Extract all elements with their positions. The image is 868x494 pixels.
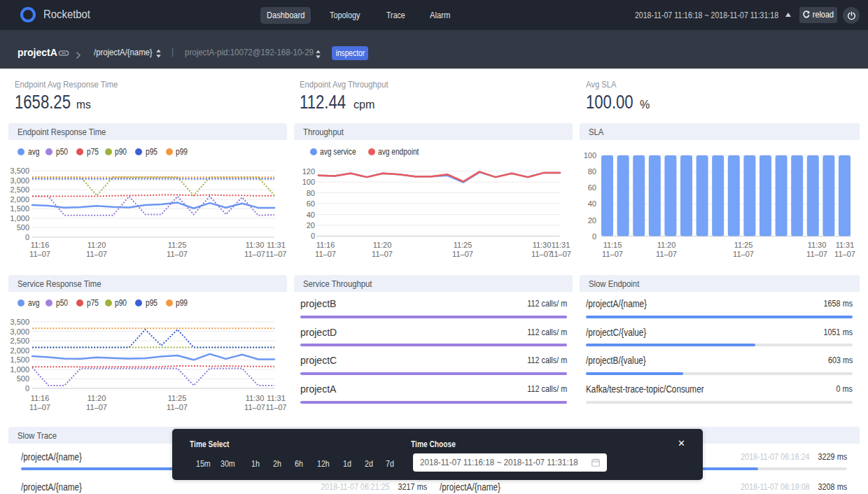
svg-text:3,000: 3,000 <box>10 327 29 336</box>
svg-text:11–07: 11–07 <box>602 250 623 258</box>
svg-text:40: 40 <box>588 199 596 208</box>
svg-text:20: 20 <box>307 221 315 230</box>
svg-text:11–07: 11–07 <box>531 250 552 258</box>
svg-text:11:25: 11:25 <box>734 241 753 249</box>
svg-text:11–07: 11–07 <box>167 250 188 258</box>
svg-text:2,500: 2,500 <box>10 337 29 345</box>
svg-text:20: 20 <box>588 216 596 225</box>
svg-text:11–07: 11–07 <box>86 250 107 258</box>
svg-text:500: 500 <box>17 223 29 232</box>
svg-text:11–07: 11–07 <box>733 250 754 258</box>
svg-text:3,500: 3,500 <box>10 318 29 326</box>
svg-text:60: 60 <box>307 199 315 208</box>
svg-text:0: 0 <box>25 384 29 393</box>
svg-text:1,000: 1,000 <box>10 214 29 223</box>
svg-text:80: 80 <box>588 167 596 176</box>
svg-text:11–07: 11–07 <box>167 403 188 411</box>
svg-text:11:20: 11:20 <box>88 241 106 249</box>
svg-text:11–07: 11–07 <box>29 403 50 411</box>
svg-text:11:25: 11:25 <box>168 241 187 249</box>
svg-text:11:30: 11:30 <box>533 241 552 249</box>
svg-text:1,500: 1,500 <box>10 355 29 364</box>
svg-text:11–07: 11–07 <box>244 250 265 258</box>
svg-text:11–07: 11–07 <box>452 250 473 258</box>
svg-text:0: 0 <box>592 232 596 241</box>
svg-text:11–07: 11–07 <box>266 250 287 258</box>
svg-text:100: 100 <box>584 151 596 160</box>
svg-text:60: 60 <box>588 183 596 192</box>
svg-text:11:20: 11:20 <box>657 241 676 249</box>
svg-text:0: 0 <box>25 233 29 241</box>
svg-text:11–07: 11–07 <box>266 403 287 411</box>
svg-text:11:25: 11:25 <box>454 241 472 249</box>
svg-text:2,000: 2,000 <box>10 195 29 204</box>
svg-text:11:30: 11:30 <box>246 241 265 249</box>
svg-text:11:30: 11:30 <box>808 241 827 249</box>
svg-text:120: 120 <box>302 167 315 176</box>
svg-text:11–07: 11–07 <box>244 403 265 411</box>
svg-text:1,500: 1,500 <box>10 204 29 213</box>
svg-text:11–07: 11–07 <box>656 250 677 258</box>
svg-text:11–07: 11–07 <box>86 403 107 411</box>
svg-text:11:30: 11:30 <box>246 394 265 402</box>
svg-text:11:31: 11:31 <box>267 394 286 402</box>
svg-text:11:20: 11:20 <box>373 241 392 249</box>
svg-text:11–07: 11–07 <box>834 250 855 258</box>
svg-text:11:31: 11:31 <box>267 241 286 249</box>
svg-text:11:15: 11:15 <box>603 241 622 249</box>
svg-text:11:16: 11:16 <box>31 241 50 249</box>
svg-text:11–07: 11–07 <box>550 250 571 258</box>
svg-text:500: 500 <box>17 374 29 383</box>
svg-text:11–07: 11–07 <box>372 250 393 258</box>
svg-text:0: 0 <box>311 232 315 240</box>
svg-text:11:20: 11:20 <box>88 394 106 402</box>
svg-text:3,000: 3,000 <box>10 176 29 185</box>
svg-text:80: 80 <box>307 189 315 197</box>
svg-text:11–07: 11–07 <box>315 250 336 258</box>
svg-text:11:31: 11:31 <box>836 241 855 249</box>
svg-text:1,000: 1,000 <box>10 365 29 374</box>
svg-text:100: 100 <box>302 178 315 186</box>
svg-text:11:31: 11:31 <box>552 241 570 249</box>
svg-text:2,500: 2,500 <box>10 185 29 194</box>
svg-text:11–07: 11–07 <box>29 250 50 258</box>
svg-text:3,500: 3,500 <box>10 167 29 175</box>
svg-text:40: 40 <box>307 211 315 219</box>
svg-text:11:16: 11:16 <box>316 241 335 249</box>
svg-text:2,000: 2,000 <box>10 346 29 355</box>
svg-text:11–07: 11–07 <box>806 250 827 258</box>
svg-text:11:16: 11:16 <box>31 394 50 402</box>
svg-text:11:25: 11:25 <box>168 394 187 402</box>
